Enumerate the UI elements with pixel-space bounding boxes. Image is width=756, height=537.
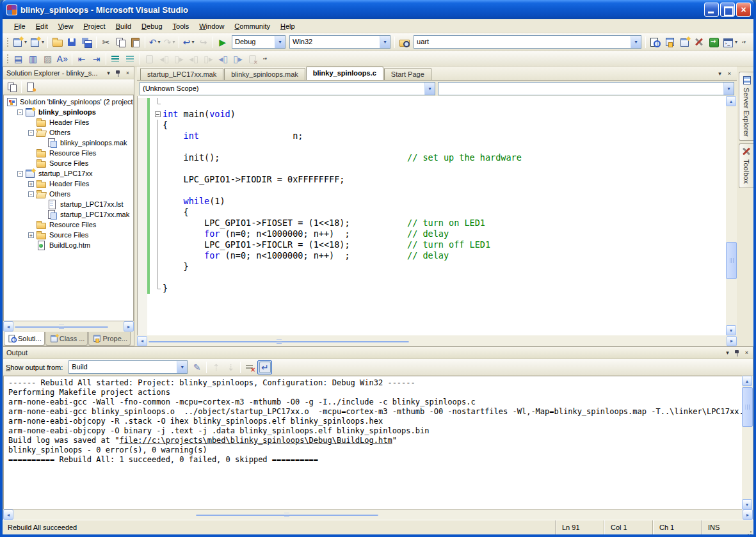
resize-grip[interactable]	[743, 520, 753, 534]
toolbar-grip[interactable]	[6, 53, 9, 65]
tree-item-startup-lpc17xx-lst[interactable]: startup_LPC17xx.lst	[4, 199, 133, 209]
close-panel-button[interactable]: ×	[123, 68, 133, 77]
collapse-icon[interactable]: -	[28, 191, 34, 197]
copy-button[interactable]	[113, 35, 128, 49]
previous-bookmark-button[interactable]: ◂▯	[157, 52, 172, 66]
new-project-button[interactable]: ▾	[11, 35, 28, 49]
minimize-button[interactable]	[704, 3, 719, 17]
next-bookmark-in-document-button[interactable]: ▯▸	[230, 52, 245, 66]
scroll-left-button[interactable]: ◂	[3, 509, 13, 520]
previous-bookmark-in-folder-button[interactable]: ◂▯	[186, 52, 201, 66]
scrollbar-thumb[interactable]	[149, 341, 409, 342]
scrollbar-thumb[interactable]	[15, 326, 108, 328]
members-combo[interactable]: ▾	[438, 82, 734, 95]
cut-button[interactable]: ✂	[99, 35, 113, 49]
toggle-bookmark-button[interactable]	[142, 52, 157, 66]
tab-toolbox[interactable]: Toolbox	[739, 143, 753, 188]
clear-bookmarks-button[interactable]	[245, 52, 260, 66]
tree-item-header-files[interactable]: +Header Files	[4, 179, 133, 189]
menu-community[interactable]: Community	[229, 20, 275, 32]
display-quick-info-button[interactable]: ▨	[40, 52, 55, 66]
tree-item-others[interactable]: -Others	[4, 189, 133, 199]
scroll-right-button[interactable]: ▸	[727, 336, 737, 346]
buildlog-link[interactable]: file://c:\projects\mbed\blinky_spinloops…	[119, 436, 392, 445]
next-bookmark-button[interactable]: ▯▸	[172, 52, 186, 66]
output-hscrollbar[interactable]: ◂ ▸	[3, 509, 753, 520]
tree-item-blinky-spinloops[interactable]: -blinky_spinloops	[4, 107, 133, 117]
tab-solution-explorer[interactable]: Soluti...	[4, 332, 45, 346]
solution-platforms-combo[interactable]: Win32▾	[289, 35, 390, 49]
open-file-button[interactable]	[50, 35, 65, 49]
scroll-up-button[interactable]: ▴	[742, 376, 752, 386]
scrollbar-thumb[interactable]	[196, 515, 378, 516]
clear-all-button[interactable]	[243, 360, 257, 374]
doc-tab-start-page[interactable]: Start Page	[384, 68, 431, 80]
window-position-menu-button[interactable]: ▾	[723, 348, 732, 357]
menu-window[interactable]: Window	[194, 20, 229, 32]
output-text-area[interactable]: ------ Rebuild All started: Project: bli…	[3, 376, 742, 509]
chevron-down-icon[interactable]: ▾	[723, 83, 734, 95]
scroll-right-button[interactable]: ▸	[124, 321, 134, 332]
close-panel-button[interactable]: ×	[742, 348, 752, 357]
output-source-combo[interactable]: Build ▾	[68, 360, 188, 374]
menu-tools[interactable]: Tools	[168, 20, 195, 32]
close-button[interactable]: ×	[736, 3, 751, 17]
editor-hscrollbar[interactable]: ◂ ▸	[137, 335, 737, 346]
tree-item-source-files[interactable]: Source Files	[4, 158, 133, 168]
tree-item-startup-lpc17xx-mak[interactable]: startup_LPC17xx.mak	[4, 209, 133, 220]
auto-hide-pin-button[interactable]	[732, 348, 742, 357]
tab-properties[interactable]: Prope...	[88, 332, 131, 346]
tree-item-startup-lpc17xx[interactable]: -startup_LPC17xx	[4, 168, 133, 179]
increase-line-indent-button[interactable]: ⇥	[89, 52, 104, 66]
paste-button[interactable]	[128, 35, 143, 49]
decrease-line-indent-button[interactable]: ⇤	[74, 52, 89, 66]
solution-tree[interactable]: Solution 'blinky_spinloops' (2 project-b…	[3, 95, 134, 321]
previous-message-button[interactable]: ⇡	[209, 360, 223, 374]
menu-file[interactable]: File	[9, 20, 31, 32]
scroll-left-button[interactable]: ◂	[137, 336, 147, 346]
expand-icon[interactable]: +	[28, 181, 34, 187]
toolbar-options-button[interactable]: ▪▾	[739, 35, 748, 49]
tree-item-resource-files[interactable]: Resource Files	[4, 148, 133, 158]
solution-explorer-button[interactable]	[648, 35, 663, 49]
find-in-files-button[interactable]	[397, 35, 412, 49]
collapse-region-icon[interactable]	[155, 111, 161, 117]
chevron-down-icon[interactable]: ▾	[177, 361, 187, 373]
outlining-margin[interactable]	[154, 109, 163, 120]
toolbar-grip[interactable]	[6, 36, 9, 48]
chevron-down-icon[interactable]: ▾	[424, 83, 435, 95]
doc-tab-startup-lpc17xx-mak[interactable]: startup_LPC17xx.mak	[140, 68, 223, 80]
types-combo[interactable]: (Unknown Scope) ▾	[140, 82, 435, 95]
undo-button[interactable]: ↶▾	[147, 35, 162, 49]
editor-vscrollbar[interactable]: ▴ ▾	[726, 96, 737, 335]
tree-item-header-files[interactable]: Header Files	[4, 117, 133, 127]
tree-item-buildlog-htm[interactable]: BuildLog.htm	[4, 240, 133, 250]
scroll-down-button[interactable]: ▾	[726, 325, 736, 335]
show-all-files-button[interactable]	[24, 80, 38, 94]
uncomment-selection-button[interactable]	[123, 52, 138, 66]
chevron-down-icon[interactable]: ▾	[380, 36, 390, 48]
toolbox-button[interactable]	[692, 35, 707, 49]
toolbar-options-button[interactable]: ▪▾	[261, 52, 269, 66]
scroll-right-button[interactable]: ▸	[743, 509, 753, 520]
chevron-down-icon[interactable]: ▾	[275, 36, 285, 48]
display-parameter-info-button[interactable]: ▥	[26, 52, 40, 66]
tab-class-view[interactable]: Class ...	[45, 332, 88, 346]
collapse-icon[interactable]: -	[17, 109, 23, 115]
close-document-button[interactable]: ×	[725, 69, 734, 78]
code-editor-surface[interactable]: int main(void){ int n; init(); // set up…	[138, 96, 726, 335]
redo-button[interactable]: ↷▾	[162, 35, 177, 49]
go-to-message-button[interactable]: ✎	[189, 360, 204, 374]
save-button[interactable]	[65, 35, 79, 49]
output-vscrollbar[interactable]: ▴ ▾	[742, 376, 753, 509]
properties-button[interactable]	[4, 80, 19, 94]
scroll-left-button[interactable]: ◂	[3, 321, 13, 332]
collapse-icon[interactable]: -	[28, 130, 34, 136]
menu-project[interactable]: Project	[78, 20, 110, 32]
properties-window-button[interactable]	[663, 35, 677, 49]
add-new-item-button[interactable]: ▾	[28, 35, 45, 49]
scroll-up-button[interactable]: ▴	[726, 96, 736, 106]
solution-configurations-combo[interactable]: Debug▾	[232, 35, 286, 49]
navigate-forward-button[interactable]: ↪	[196, 35, 211, 49]
tree-item-others[interactable]: -Others	[4, 127, 133, 138]
